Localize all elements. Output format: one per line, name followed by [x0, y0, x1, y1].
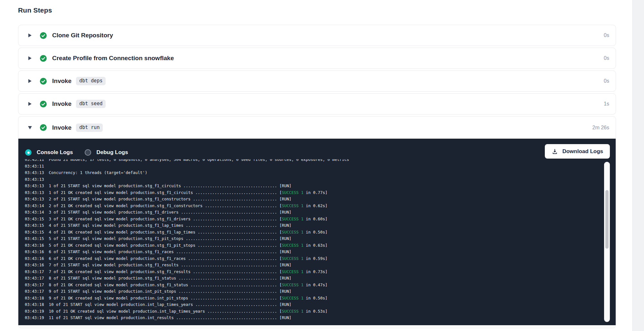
chevron-right-icon[interactable]: [28, 33, 32, 37]
chevron-right-icon[interactable]: [28, 79, 32, 83]
step-card-dbt-deps: Invoke dbt deps 0s: [18, 70, 616, 92]
console-log-output[interactable]: 03:43:11 Found 21 models, 17 tests, 0 sn…: [25, 159, 583, 323]
page-edge-gutter: [632, 0, 644, 331]
log-type-radio-group: Console Logs Debug Logs: [25, 149, 128, 156]
log-line: 03:43:15 4 of 21 START sql view model pr…: [25, 222, 583, 229]
log-line: 03:43:18 9 of 21 OK created sql view mod…: [25, 295, 583, 302]
radio-selected-icon: [25, 149, 32, 156]
log-line: 03:43:14 3 of 21 START sql view model pr…: [25, 209, 583, 216]
log-line: 03:43:19 10 of 21 OK created sql view mo…: [25, 308, 583, 315]
step-command-badge: dbt deps: [76, 77, 106, 85]
chevron-down-icon[interactable]: [28, 126, 32, 129]
log-line: 03:43:13 2 of 21 START sql view model pr…: [25, 196, 583, 203]
log-line: 03:43:15 4 of 21 OK created sql view mod…: [25, 229, 583, 236]
step-row-clone-git-repository[interactable]: Clone Git Repository 0s: [18, 25, 616, 46]
radio-unselected-icon: [85, 149, 91, 156]
radio-debug-logs[interactable]: Debug Logs: [85, 149, 128, 156]
step-duration: 0s: [604, 32, 609, 38]
step-label: Create Profile from Connection snowflake: [52, 55, 174, 62]
step-row-dbt-deps[interactable]: Invoke dbt deps 0s: [18, 71, 616, 91]
step-card-create-profile: Create Profile from Connection snowflake…: [18, 48, 616, 69]
success-check-icon: [40, 124, 47, 131]
log-line: 03:43:16 6 of 21 OK created sql view mod…: [25, 255, 583, 262]
step-card-dbt-run: Invoke dbt run 2m 26s Console Logs Debug…: [18, 116, 616, 328]
step-duration: 0s: [604, 78, 609, 84]
step-card-dbt-seed: Invoke dbt seed 1s: [18, 93, 616, 115]
step-label: Clone Git Repository: [52, 32, 113, 39]
download-logs-label: Download Logs: [562, 148, 603, 155]
console-logs-panel: Console Logs Debug Logs Download Lo: [18, 139, 616, 325]
log-line: 03:43:16 7 of 21 START sql view model pr…: [25, 262, 583, 269]
step-command-badge: dbt seed: [76, 100, 106, 108]
success-check-icon: [40, 78, 47, 85]
success-check-icon: [40, 101, 47, 107]
log-line: 03:43:17 8 of 21 OK created sql view mod…: [25, 282, 583, 289]
log-line: 03:43:11 Found 21 models, 17 tests, 0 sn…: [25, 159, 583, 163]
success-check-icon: [40, 55, 47, 62]
log-line: 03:43:19 11 of 21 START sql view model p…: [25, 315, 583, 321]
download-icon: [552, 148, 558, 155]
step-label: Invoke: [52, 78, 71, 85]
log-line: 03:43:16 5 of 21 OK created sql view mod…: [25, 242, 583, 249]
step-command-badge: dbt run: [76, 124, 103, 132]
step-duration: 1s: [604, 101, 609, 107]
step-duration: 2m 26s: [592, 125, 609, 131]
log-line: 03:43:13 Concurrency: 1 threads (target=…: [25, 170, 583, 176]
log-line: 03:43:16 6 of 21 START sql view model pr…: [25, 249, 583, 255]
log-line: 03:43:13 1 of 21 START sql view model pr…: [25, 183, 583, 189]
log-line: 03:43:17 7 of 21 OK created sql view mod…: [25, 269, 583, 275]
radio-label: Debug Logs: [96, 149, 128, 156]
run-steps-list: Clone Git Repository 0s Create Profile f…: [18, 25, 616, 328]
log-line: 03:43:15 3 of 21 OK created sql view mod…: [25, 216, 583, 223]
chevron-right-icon[interactable]: [28, 56, 32, 60]
log-line: 03:43:17 8 of 21 START sql view model pr…: [25, 275, 583, 282]
page-title: Run Steps: [18, 6, 616, 14]
step-card-clone-git-repository: Clone Git Repository 0s: [18, 25, 616, 46]
step-duration: 0s: [604, 55, 609, 61]
step-row-create-profile[interactable]: Create Profile from Connection snowflake…: [18, 48, 616, 69]
log-line: 03:43:11: [25, 163, 583, 170]
log-line: 03:43:18 10 of 21 START sql view model p…: [25, 301, 583, 308]
log-line: 03:43:17 9 of 21 START sql view model pr…: [25, 288, 583, 295]
log-line: 03:43:13: [25, 176, 583, 183]
radio-label: Console Logs: [37, 149, 73, 156]
radio-console-logs[interactable]: Console Logs: [25, 149, 73, 156]
log-line: 03:43:13 1 of 21 OK created sql view mod…: [25, 189, 583, 196]
step-label: Invoke: [52, 100, 71, 107]
download-logs-button[interactable]: Download Logs: [545, 144, 610, 159]
run-steps-section: Run Steps Clone Git Repository 0s Create…: [18, 6, 616, 330]
step-label: Invoke: [52, 124, 71, 131]
step-row-dbt-run[interactable]: Invoke dbt run 2m 26s: [18, 116, 616, 139]
log-line: 03:43:14 2 of 21 OK created sql view mod…: [25, 203, 583, 209]
step-row-dbt-seed[interactable]: Invoke dbt seed 1s: [18, 94, 616, 114]
log-line: 03:43:15 5 of 21 START sql view model pr…: [25, 235, 583, 242]
scrollbar-track[interactable]: [604, 162, 610, 322]
success-check-icon: [40, 32, 47, 39]
scrollbar-thumb[interactable]: [605, 190, 609, 249]
chevron-right-icon[interactable]: [28, 102, 32, 106]
